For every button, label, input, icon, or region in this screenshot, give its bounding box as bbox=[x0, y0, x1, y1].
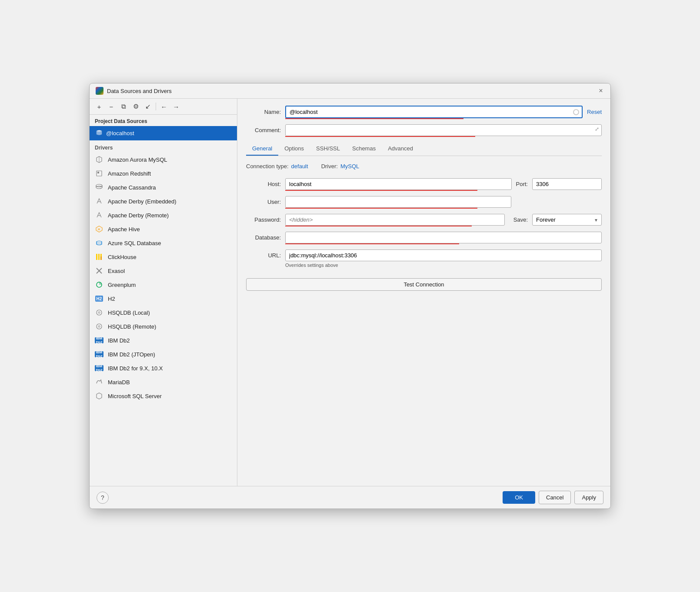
exasol-icon bbox=[95, 266, 103, 275]
left-panel: + − ⧉ ⚙ ↙ ← → Project Data Sources bbox=[90, 99, 237, 486]
tab-ssh-ssl[interactable]: SSH/SSL bbox=[310, 142, 346, 156]
driver-value[interactable]: MySQL bbox=[340, 163, 359, 170]
driver-name-ibm-db2: IBM Db2 bbox=[108, 337, 130, 344]
driver-item-amazon-redshift[interactable]: Amazon Redshift bbox=[90, 166, 237, 180]
host-label: Host: bbox=[246, 178, 281, 187]
user-input-wrap bbox=[285, 196, 511, 208]
driver-name-apache-derby-embedded: Apache Derby (Embedded) bbox=[108, 198, 177, 205]
driver-item-apache-derby-embedded[interactable]: Apache Derby (Embedded) bbox=[90, 194, 237, 208]
conn-type-row: Connection type: default Driver: MySQL bbox=[246, 163, 602, 170]
driver-item-hsqldb-local[interactable]: HSQLDB (Local) bbox=[90, 306, 237, 319]
host-input[interactable] bbox=[285, 178, 512, 190]
driver-name-azure-sql: Azure SQL Database bbox=[108, 240, 161, 246]
mariadb-icon bbox=[95, 378, 103, 386]
hsqldb-local-icon bbox=[95, 308, 103, 317]
url-input-wrap: Overrides settings above bbox=[285, 249, 602, 268]
password-label: Password: bbox=[246, 214, 281, 223]
driver-list: Amazon Aurora MySQL Amazon Redshift Apac… bbox=[90, 153, 237, 486]
drivers-label: Drivers bbox=[90, 140, 237, 153]
apache-derby-remote-icon bbox=[95, 211, 103, 220]
bottom-bar: ? OK Cancel Apply bbox=[90, 486, 610, 509]
forward-button[interactable]: → bbox=[171, 101, 181, 112]
password-input[interactable] bbox=[285, 214, 505, 226]
right-panel: Name: Reset Comment: ⤢ General bbox=[237, 99, 610, 486]
toolbar-separator bbox=[156, 103, 156, 110]
driver-name-hsqldb-local: HSQLDB (Local) bbox=[108, 309, 150, 316]
driver-item-apache-derby-remote[interactable]: Apache Derby (Remote) bbox=[90, 208, 237, 222]
ok-button[interactable]: OK bbox=[503, 491, 535, 504]
driver-item-exasol[interactable]: Exasol bbox=[90, 264, 237, 278]
name-input[interactable] bbox=[285, 106, 583, 118]
remove-button[interactable]: − bbox=[106, 101, 117, 112]
driver-name-amazon-redshift: Amazon Redshift bbox=[108, 170, 151, 177]
driver-item-apache-cassandra[interactable]: Apache Cassandra bbox=[90, 180, 237, 194]
back-button[interactable]: ← bbox=[159, 101, 169, 112]
driver-item-azure-sql[interactable]: Azure SQL Database bbox=[90, 236, 237, 250]
driver-item-amazon-aurora[interactable]: Amazon Aurora MySQL bbox=[90, 153, 237, 166]
test-connection-button[interactable]: Test Connection bbox=[246, 278, 602, 291]
dialog-title: Data Sources and Drivers bbox=[107, 88, 594, 94]
tab-options[interactable]: Options bbox=[278, 142, 310, 156]
driver-item-mssql[interactable]: Microsoft SQL Server bbox=[90, 389, 237, 403]
driver-name-ibm-db2-jtopen: IBM Db2 (JTOpen) bbox=[108, 351, 155, 358]
driver-item-hsqldb-remote[interactable]: HSQLDB (Remote) bbox=[90, 319, 237, 333]
left-toolbar: + − ⧉ ⚙ ↙ ← → bbox=[90, 99, 237, 115]
ibm-jtopen-badge: IBMDb2 bbox=[95, 351, 103, 357]
driver-item-ibm-db2-9x[interactable]: IBMDb2 IBM Db2 for 9.X, 10.X bbox=[90, 361, 237, 375]
reset-link[interactable]: Reset bbox=[587, 109, 602, 115]
add-button[interactable]: + bbox=[94, 101, 104, 112]
driver-item-h2[interactable]: H2 H2 bbox=[90, 292, 237, 306]
clickhouse-icon bbox=[95, 253, 103, 261]
driver-item-apache-hive[interactable]: H Apache Hive bbox=[90, 222, 237, 236]
driver-item-greenplum[interactable]: Greenplum bbox=[90, 278, 237, 292]
project-data-sources-header: Project Data Sources bbox=[90, 115, 237, 126]
save-select-wrap: Forever Until restart Never ▼ bbox=[532, 214, 602, 226]
import-button[interactable]: ↙ bbox=[143, 101, 153, 112]
svg-rect-11 bbox=[98, 254, 100, 260]
apply-button[interactable]: Apply bbox=[574, 491, 603, 504]
driver-name-h2: H2 bbox=[108, 296, 115, 302]
url-input[interactable] bbox=[285, 249, 602, 261]
driver-item-ibm-db2-jtopen[interactable]: IBMDb2 IBM Db2 (JTOpen) bbox=[90, 347, 237, 361]
driver-item-mariadb[interactable]: MariaDB bbox=[90, 375, 237, 389]
driver-item-ibm-db2[interactable]: IBMDb2 IBM Db2 bbox=[90, 333, 237, 347]
driver-item-clickhouse[interactable]: ClickHouse bbox=[90, 250, 237, 264]
driver-name-ibm-db2-9x: IBM Db2 for 9.X, 10.X bbox=[108, 365, 163, 372]
database-underline bbox=[285, 243, 459, 244]
close-button[interactable]: × bbox=[597, 87, 604, 94]
host-underline bbox=[285, 190, 477, 191]
name-row: Name: Reset bbox=[246, 106, 602, 118]
svg-point-17 bbox=[97, 310, 102, 315]
hsqldb-remote-icon bbox=[95, 322, 103, 331]
ibm-db2-9x-icon: IBMDb2 bbox=[95, 364, 103, 372]
connection-type-value[interactable]: default bbox=[291, 163, 308, 170]
port-label: Port: bbox=[516, 178, 528, 187]
driver-name-amazon-aurora: Amazon Aurora MySQL bbox=[108, 156, 167, 163]
comment-row: Comment: ⤢ bbox=[246, 124, 602, 136]
tab-advanced[interactable]: Advanced bbox=[382, 142, 419, 156]
save-select[interactable]: Forever Until restart Never bbox=[532, 214, 602, 226]
copy-button[interactable]: ⧉ bbox=[118, 101, 129, 112]
expand-icon[interactable]: ⤢ bbox=[595, 126, 599, 132]
apache-hive-icon: H bbox=[95, 225, 103, 233]
tab-schemas[interactable]: Schemas bbox=[346, 142, 382, 156]
amazon-aurora-icon bbox=[95, 155, 103, 164]
svg-rect-13 bbox=[100, 256, 102, 260]
tabs-bar: General Options SSH/SSL Schemas Advanced bbox=[246, 142, 602, 156]
comment-input[interactable] bbox=[285, 124, 602, 136]
cancel-button[interactable]: Cancel bbox=[539, 491, 571, 504]
database-input[interactable] bbox=[285, 232, 602, 243]
tab-general[interactable]: General bbox=[246, 142, 278, 156]
database-input-wrap bbox=[285, 232, 602, 243]
user-input[interactable] bbox=[285, 196, 511, 208]
azure-sql-icon bbox=[95, 239, 103, 247]
driver-name-mariadb: MariaDB bbox=[108, 379, 130, 386]
svg-text:H: H bbox=[98, 228, 100, 231]
selected-datasource-item[interactable]: @localhost bbox=[90, 126, 237, 140]
port-input[interactable] bbox=[532, 178, 602, 190]
datasource-icon bbox=[96, 129, 103, 137]
password-row: Password: Save: Forever Until restart Ne… bbox=[246, 214, 602, 226]
main-content: + − ⧉ ⚙ ↙ ← → Project Data Sources bbox=[90, 99, 610, 486]
help-button[interactable]: ? bbox=[97, 492, 109, 504]
settings-button[interactable]: ⚙ bbox=[130, 101, 141, 112]
